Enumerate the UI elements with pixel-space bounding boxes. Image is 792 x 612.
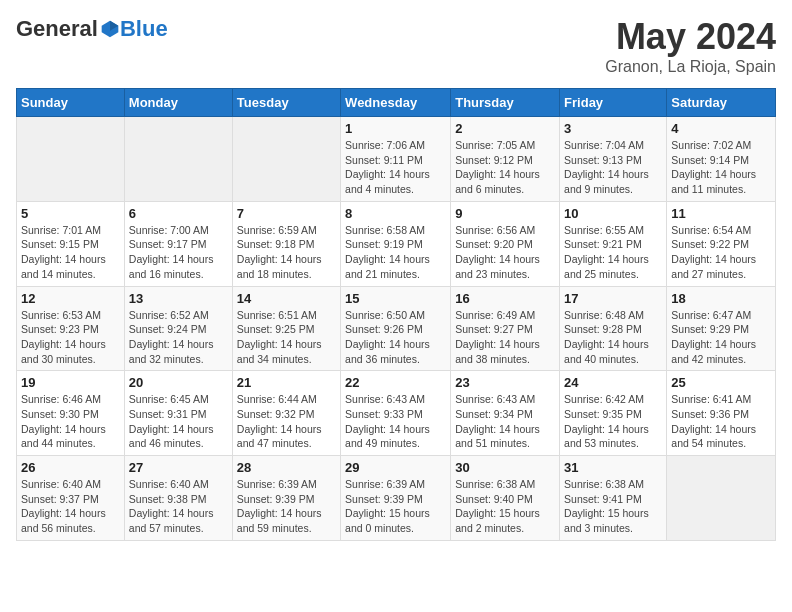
- day-info: Sunrise: 6:50 AM Sunset: 9:26 PM Dayligh…: [345, 308, 446, 367]
- day-number: 30: [455, 460, 555, 475]
- weekday-header-friday: Friday: [560, 89, 667, 117]
- calendar-week-4: 19Sunrise: 6:46 AM Sunset: 9:30 PM Dayli…: [17, 371, 776, 456]
- page-header: General Blue May 2024 Granon, La Rioja, …: [16, 16, 776, 76]
- location-subtitle: Granon, La Rioja, Spain: [605, 58, 776, 76]
- calendar-cell: 9Sunrise: 6:56 AM Sunset: 9:20 PM Daylig…: [451, 201, 560, 286]
- day-number: 17: [564, 291, 662, 306]
- day-info: Sunrise: 6:39 AM Sunset: 9:39 PM Dayligh…: [345, 477, 446, 536]
- day-info: Sunrise: 6:39 AM Sunset: 9:39 PM Dayligh…: [237, 477, 336, 536]
- day-info: Sunrise: 6:42 AM Sunset: 9:35 PM Dayligh…: [564, 392, 662, 451]
- day-number: 13: [129, 291, 228, 306]
- calendar-cell: 19Sunrise: 6:46 AM Sunset: 9:30 PM Dayli…: [17, 371, 125, 456]
- calendar-cell: 8Sunrise: 6:58 AM Sunset: 9:19 PM Daylig…: [341, 201, 451, 286]
- weekday-header-saturday: Saturday: [667, 89, 776, 117]
- calendar-cell: 20Sunrise: 6:45 AM Sunset: 9:31 PM Dayli…: [124, 371, 232, 456]
- calendar-cell: 29Sunrise: 6:39 AM Sunset: 9:39 PM Dayli…: [341, 456, 451, 541]
- day-number: 9: [455, 206, 555, 221]
- calendar-cell: 13Sunrise: 6:52 AM Sunset: 9:24 PM Dayli…: [124, 286, 232, 371]
- calendar-cell: 4Sunrise: 7:02 AM Sunset: 9:14 PM Daylig…: [667, 117, 776, 202]
- calendar-table: SundayMondayTuesdayWednesdayThursdayFrid…: [16, 88, 776, 541]
- calendar-cell: 12Sunrise: 6:53 AM Sunset: 9:23 PM Dayli…: [17, 286, 125, 371]
- calendar-cell: 28Sunrise: 6:39 AM Sunset: 9:39 PM Dayli…: [232, 456, 340, 541]
- day-number: 27: [129, 460, 228, 475]
- day-info: Sunrise: 6:55 AM Sunset: 9:21 PM Dayligh…: [564, 223, 662, 282]
- calendar-cell: 2Sunrise: 7:05 AM Sunset: 9:12 PM Daylig…: [451, 117, 560, 202]
- day-info: Sunrise: 6:59 AM Sunset: 9:18 PM Dayligh…: [237, 223, 336, 282]
- calendar-week-3: 12Sunrise: 6:53 AM Sunset: 9:23 PM Dayli…: [17, 286, 776, 371]
- day-info: Sunrise: 6:51 AM Sunset: 9:25 PM Dayligh…: [237, 308, 336, 367]
- logo-blue-text: Blue: [120, 16, 168, 42]
- day-number: 8: [345, 206, 446, 221]
- day-number: 12: [21, 291, 120, 306]
- calendar-week-5: 26Sunrise: 6:40 AM Sunset: 9:37 PM Dayli…: [17, 456, 776, 541]
- day-number: 3: [564, 121, 662, 136]
- day-info: Sunrise: 6:53 AM Sunset: 9:23 PM Dayligh…: [21, 308, 120, 367]
- day-number: 14: [237, 291, 336, 306]
- calendar-cell: 14Sunrise: 6:51 AM Sunset: 9:25 PM Dayli…: [232, 286, 340, 371]
- calendar-cell: 31Sunrise: 6:38 AM Sunset: 9:41 PM Dayli…: [560, 456, 667, 541]
- calendar-cell: 17Sunrise: 6:48 AM Sunset: 9:28 PM Dayli…: [560, 286, 667, 371]
- day-info: Sunrise: 7:05 AM Sunset: 9:12 PM Dayligh…: [455, 138, 555, 197]
- day-number: 21: [237, 375, 336, 390]
- weekday-header-wednesday: Wednesday: [341, 89, 451, 117]
- day-number: 5: [21, 206, 120, 221]
- day-info: Sunrise: 6:46 AM Sunset: 9:30 PM Dayligh…: [21, 392, 120, 451]
- calendar-cell: 10Sunrise: 6:55 AM Sunset: 9:21 PM Dayli…: [560, 201, 667, 286]
- calendar-cell: 11Sunrise: 6:54 AM Sunset: 9:22 PM Dayli…: [667, 201, 776, 286]
- day-info: Sunrise: 7:06 AM Sunset: 9:11 PM Dayligh…: [345, 138, 446, 197]
- title-area: May 2024 Granon, La Rioja, Spain: [605, 16, 776, 76]
- weekday-header-sunday: Sunday: [17, 89, 125, 117]
- calendar-cell: [17, 117, 125, 202]
- day-info: Sunrise: 7:04 AM Sunset: 9:13 PM Dayligh…: [564, 138, 662, 197]
- day-info: Sunrise: 7:01 AM Sunset: 9:15 PM Dayligh…: [21, 223, 120, 282]
- day-info: Sunrise: 6:52 AM Sunset: 9:24 PM Dayligh…: [129, 308, 228, 367]
- day-number: 20: [129, 375, 228, 390]
- day-number: 1: [345, 121, 446, 136]
- day-number: 10: [564, 206, 662, 221]
- weekday-header-row: SundayMondayTuesdayWednesdayThursdayFrid…: [17, 89, 776, 117]
- day-info: Sunrise: 6:56 AM Sunset: 9:20 PM Dayligh…: [455, 223, 555, 282]
- calendar-cell: 15Sunrise: 6:50 AM Sunset: 9:26 PM Dayli…: [341, 286, 451, 371]
- calendar-cell: 22Sunrise: 6:43 AM Sunset: 9:33 PM Dayli…: [341, 371, 451, 456]
- day-number: 4: [671, 121, 771, 136]
- calendar-cell: 1Sunrise: 7:06 AM Sunset: 9:11 PM Daylig…: [341, 117, 451, 202]
- calendar-cell: 24Sunrise: 6:42 AM Sunset: 9:35 PM Dayli…: [560, 371, 667, 456]
- calendar-cell: 26Sunrise: 6:40 AM Sunset: 9:37 PM Dayli…: [17, 456, 125, 541]
- day-info: Sunrise: 6:54 AM Sunset: 9:22 PM Dayligh…: [671, 223, 771, 282]
- day-info: Sunrise: 6:38 AM Sunset: 9:40 PM Dayligh…: [455, 477, 555, 536]
- calendar-week-2: 5Sunrise: 7:01 AM Sunset: 9:15 PM Daylig…: [17, 201, 776, 286]
- day-number: 28: [237, 460, 336, 475]
- logo-icon: [100, 19, 120, 39]
- logo: General Blue: [16, 16, 168, 42]
- calendar-cell: 3Sunrise: 7:04 AM Sunset: 9:13 PM Daylig…: [560, 117, 667, 202]
- calendar-cell: 16Sunrise: 6:49 AM Sunset: 9:27 PM Dayli…: [451, 286, 560, 371]
- day-info: Sunrise: 7:02 AM Sunset: 9:14 PM Dayligh…: [671, 138, 771, 197]
- day-info: Sunrise: 6:48 AM Sunset: 9:28 PM Dayligh…: [564, 308, 662, 367]
- calendar-cell: 23Sunrise: 6:43 AM Sunset: 9:34 PM Dayli…: [451, 371, 560, 456]
- day-number: 18: [671, 291, 771, 306]
- day-info: Sunrise: 6:41 AM Sunset: 9:36 PM Dayligh…: [671, 392, 771, 451]
- calendar-cell: 7Sunrise: 6:59 AM Sunset: 9:18 PM Daylig…: [232, 201, 340, 286]
- day-info: Sunrise: 6:38 AM Sunset: 9:41 PM Dayligh…: [564, 477, 662, 536]
- day-info: Sunrise: 7:00 AM Sunset: 9:17 PM Dayligh…: [129, 223, 228, 282]
- day-number: 25: [671, 375, 771, 390]
- calendar-cell: 18Sunrise: 6:47 AM Sunset: 9:29 PM Dayli…: [667, 286, 776, 371]
- day-number: 6: [129, 206, 228, 221]
- day-number: 7: [237, 206, 336, 221]
- day-info: Sunrise: 6:40 AM Sunset: 9:37 PM Dayligh…: [21, 477, 120, 536]
- day-number: 16: [455, 291, 555, 306]
- weekday-header-tuesday: Tuesday: [232, 89, 340, 117]
- weekday-header-thursday: Thursday: [451, 89, 560, 117]
- calendar-cell: 25Sunrise: 6:41 AM Sunset: 9:36 PM Dayli…: [667, 371, 776, 456]
- day-info: Sunrise: 6:58 AM Sunset: 9:19 PM Dayligh…: [345, 223, 446, 282]
- day-info: Sunrise: 6:45 AM Sunset: 9:31 PM Dayligh…: [129, 392, 228, 451]
- day-info: Sunrise: 6:43 AM Sunset: 9:33 PM Dayligh…: [345, 392, 446, 451]
- month-title: May 2024: [605, 16, 776, 58]
- calendar-cell: [667, 456, 776, 541]
- day-number: 19: [21, 375, 120, 390]
- calendar-cell: 21Sunrise: 6:44 AM Sunset: 9:32 PM Dayli…: [232, 371, 340, 456]
- day-number: 15: [345, 291, 446, 306]
- calendar-cell: [232, 117, 340, 202]
- day-number: 26: [21, 460, 120, 475]
- day-number: 2: [455, 121, 555, 136]
